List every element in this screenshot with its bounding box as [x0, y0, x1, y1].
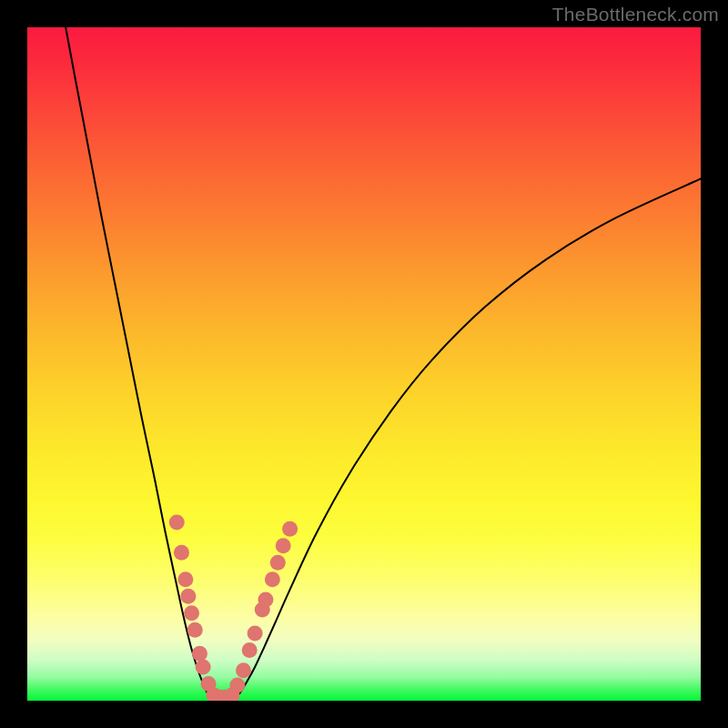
data-point	[187, 622, 203, 638]
data-point	[169, 514, 185, 530]
data-point	[265, 571, 280, 587]
data-point	[177, 571, 193, 587]
data-point	[282, 521, 298, 537]
data-point	[270, 555, 286, 571]
data-point	[174, 545, 189, 561]
data-point	[242, 642, 258, 658]
data-point	[184, 605, 199, 621]
outer-frame: TheBottleneck.com	[0, 0, 728, 728]
data-point	[236, 662, 251, 678]
data-point	[276, 538, 291, 553]
data-point	[258, 592, 273, 608]
data-point	[196, 660, 211, 675]
bottleneck-curve	[66, 27, 701, 701]
chart-svg	[27, 27, 701, 701]
plot-area	[27, 27, 701, 701]
data-markers	[169, 514, 298, 701]
v-curve-path	[66, 27, 701, 701]
data-point	[229, 677, 245, 693]
data-point	[248, 626, 263, 642]
data-point	[180, 589, 196, 604]
watermark-label: TheBottleneck.com	[552, 4, 719, 25]
data-point	[192, 646, 207, 662]
